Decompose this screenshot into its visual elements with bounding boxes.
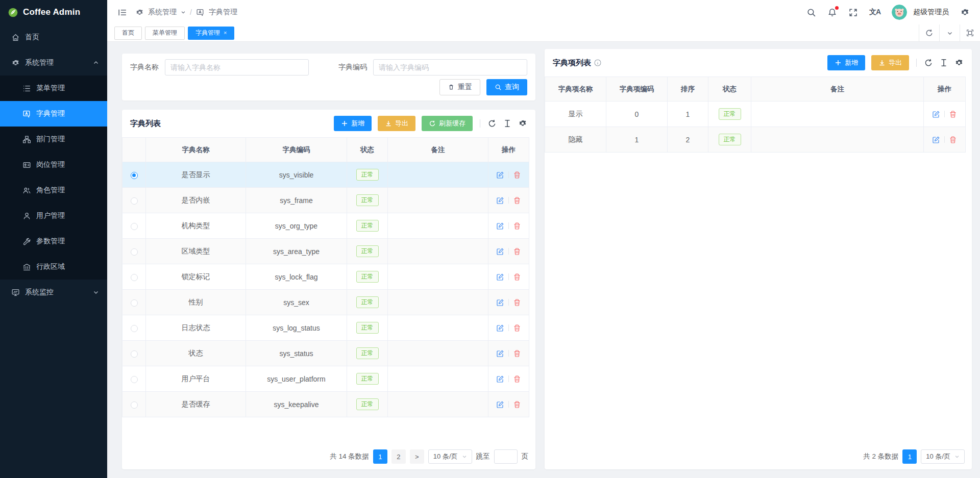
status-badge: 正常 xyxy=(356,373,379,385)
table-row[interactable]: 是否显示 sys_visible 正常 xyxy=(122,162,529,188)
edit-icon[interactable] xyxy=(496,171,504,179)
row-radio[interactable] xyxy=(131,401,138,409)
fullscreen-icon[interactable] xyxy=(848,8,858,17)
search-icon[interactable] xyxy=(806,8,816,17)
sidebar-item-home[interactable]: 首页 xyxy=(0,24,107,50)
table-row[interactable]: 显示 0 1 正常 xyxy=(545,102,966,127)
column-settings-icon[interactable] xyxy=(954,58,964,67)
density-icon[interactable] xyxy=(503,119,512,128)
density-icon[interactable] xyxy=(939,58,948,67)
next-page-button[interactable]: > xyxy=(410,449,424,464)
page-size-select[interactable]: 10 条/页 xyxy=(428,449,472,464)
current-user-name[interactable]: 超级管理员 xyxy=(913,8,949,17)
row-radio[interactable] xyxy=(131,325,138,332)
dict-name-input[interactable] xyxy=(165,59,309,76)
sidebar: Coffee Admin 首页 系统管理 菜单管理 字典管理 部门管理 xyxy=(0,0,107,478)
column-settings-icon[interactable] xyxy=(518,119,527,128)
delete-icon[interactable] xyxy=(949,110,957,118)
delete-icon[interactable] xyxy=(513,222,521,230)
refresh-cache-button[interactable]: 刷新缓存 xyxy=(422,116,473,131)
table-row[interactable]: 隐藏 1 2 正常 xyxy=(545,127,966,153)
table-row[interactable]: 区域类型 sys_area_type 正常 xyxy=(122,239,529,264)
row-radio[interactable] xyxy=(131,223,138,230)
delete-icon[interactable] xyxy=(513,324,521,332)
edit-icon[interactable] xyxy=(496,196,504,205)
maximize-content-button[interactable] xyxy=(960,24,980,41)
sidebar-item-user-mgmt[interactable]: 用户管理 xyxy=(0,203,107,229)
edit-icon[interactable] xyxy=(496,298,504,307)
row-radio[interactable] xyxy=(131,248,138,256)
export-dict-button[interactable]: 导出 xyxy=(378,116,415,131)
row-radio[interactable] xyxy=(131,299,138,307)
refresh-page-button[interactable] xyxy=(919,24,939,41)
edit-icon[interactable] xyxy=(496,222,504,230)
query-button[interactable]: 查询 xyxy=(486,79,527,95)
page-button-1[interactable]: 1 xyxy=(373,449,387,464)
export-dict-items-button[interactable]: 导出 xyxy=(871,55,909,70)
table-row[interactable]: 机构类型 sys_org_type 正常 xyxy=(122,213,529,239)
tabs-dropdown-button[interactable] xyxy=(939,24,960,41)
page-size-select[interactable]: 10 条/页 xyxy=(921,449,965,464)
delete-icon[interactable] xyxy=(513,247,521,256)
chevron-down-icon[interactable] xyxy=(181,10,186,15)
row-radio[interactable] xyxy=(131,274,138,281)
refresh-table-icon[interactable] xyxy=(924,58,933,67)
edit-icon[interactable] xyxy=(496,349,504,358)
collapse-sidebar-icon[interactable] xyxy=(117,8,127,17)
reset-button[interactable]: 重置 xyxy=(439,79,480,95)
table-row[interactable]: 锁定标记 sys_lock_flag 正常 xyxy=(122,264,529,290)
sidebar-item-role-mgmt[interactable]: 角色管理 xyxy=(0,178,107,203)
delete-icon[interactable] xyxy=(513,298,521,307)
main-area: 系统管理 / 字典管理 文A xyxy=(107,0,980,478)
table-row[interactable]: 用户平台 sys_user_platform 正常 xyxy=(122,366,529,392)
sidebar-item-dict-mgmt[interactable]: 字典管理 xyxy=(0,101,107,127)
table-row[interactable]: 状态 sys_status 正常 xyxy=(122,341,529,366)
page-button-2[interactable]: 2 xyxy=(391,449,406,464)
add-dict-button[interactable]: 新增 xyxy=(334,116,372,131)
page-button-1[interactable]: 1 xyxy=(902,449,917,464)
row-radio[interactable] xyxy=(131,197,138,205)
edit-icon[interactable] xyxy=(932,110,940,118)
remark-cell xyxy=(388,341,488,366)
jump-page-input[interactable] xyxy=(494,449,518,464)
delete-icon[interactable] xyxy=(513,349,521,358)
edit-icon[interactable] xyxy=(496,375,504,383)
row-radio[interactable] xyxy=(131,376,138,383)
delete-icon[interactable] xyxy=(513,196,521,205)
table-row[interactable]: 是否缓存 sys_keepalive 正常 xyxy=(122,392,529,417)
tab-dict-mgmt[interactable]: 字典管理 × xyxy=(188,27,234,40)
edit-icon[interactable] xyxy=(496,324,504,332)
sidebar-item-menu-mgmt[interactable]: 菜单管理 xyxy=(0,76,107,101)
delete-icon[interactable] xyxy=(513,171,521,179)
breadcrumb-section[interactable]: 系统管理 xyxy=(148,8,177,17)
close-tab-icon[interactable]: × xyxy=(224,30,227,36)
refresh-table-icon[interactable] xyxy=(487,119,497,128)
table-row[interactable]: 性别 sys_sex 正常 xyxy=(122,290,529,315)
settings-gear-icon[interactable] xyxy=(960,8,970,17)
sidebar-item-system-mgmt[interactable]: 系统管理 xyxy=(0,50,107,76)
delete-icon[interactable] xyxy=(513,400,521,409)
notifications-button[interactable] xyxy=(827,8,837,17)
table-row[interactable]: 是否内嵌 sys_frame 正常 xyxy=(122,188,529,213)
dict-code-input[interactable] xyxy=(373,59,527,76)
tab-menu-mgmt[interactable]: 菜单管理 xyxy=(145,27,185,40)
table-row[interactable]: 日志状态 sys_log_status 正常 xyxy=(122,315,529,341)
sidebar-item-sys-monitor[interactable]: 系统监控 xyxy=(0,280,107,305)
sidebar-item-param-mgmt[interactable]: 参数管理 xyxy=(0,229,107,254)
sidebar-item-dept-mgmt[interactable]: 部门管理 xyxy=(0,127,107,152)
sidebar-item-region-mgmt[interactable]: 行政区域 xyxy=(0,254,107,280)
avatar[interactable] xyxy=(892,5,907,20)
translate-icon[interactable]: 文A xyxy=(869,8,880,17)
edit-icon[interactable] xyxy=(496,247,504,256)
delete-icon[interactable] xyxy=(513,375,521,383)
edit-icon[interactable] xyxy=(496,273,504,281)
tab-home[interactable]: 首页 xyxy=(114,27,142,40)
delete-icon[interactable] xyxy=(949,136,957,144)
edit-icon[interactable] xyxy=(932,136,940,144)
add-dict-item-button[interactable]: 新增 xyxy=(827,55,865,70)
sidebar-item-post-mgmt[interactable]: 岗位管理 xyxy=(0,152,107,178)
edit-icon[interactable] xyxy=(496,400,504,409)
row-radio[interactable] xyxy=(131,350,138,358)
row-radio[interactable] xyxy=(131,172,138,179)
delete-icon[interactable] xyxy=(513,273,521,281)
